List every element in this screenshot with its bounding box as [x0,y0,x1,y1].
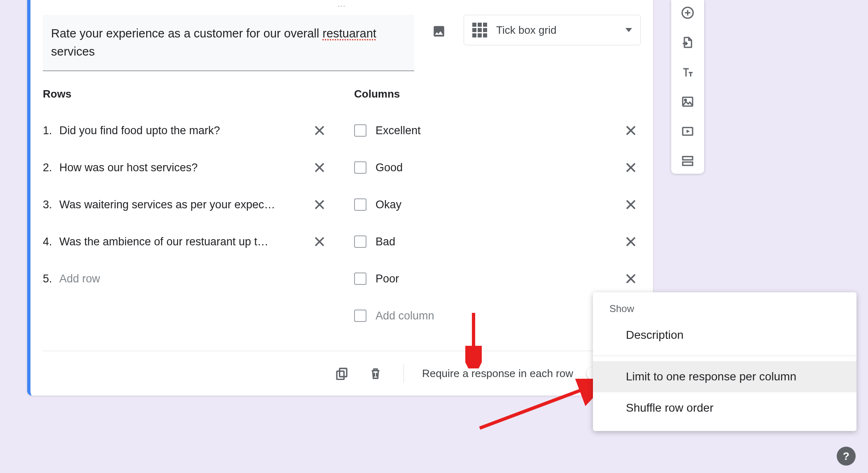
question-type-select[interactable]: Tick box grid [464,15,641,45]
annotation-arrow-icon [465,311,482,368]
row-text[interactable]: Did you find food upto the mark? [59,124,310,137]
column-item[interactable]: Okay [354,186,641,223]
require-response-label: Require a response in each row [422,367,573,380]
row-item[interactable]: 3. Was waitering services as per your ex… [43,186,329,223]
menu-item-shuffle-rows[interactable]: Shuffle row order [593,392,856,424]
row-text[interactable]: Was waitering services as per your expec… [59,198,310,211]
menu-section-header: Show [593,301,856,319]
checkbox-icon [354,198,366,211]
question-header-row: Rate your experience as a customer for o… [30,11,653,71]
question-title-input[interactable]: Rate your experience as a customer for o… [43,15,414,71]
question-type-label: Tick box grid [496,24,616,37]
add-row-placeholder[interactable]: Add row [59,273,329,285]
remove-row-button[interactable] [310,121,329,140]
grid-icon [472,23,487,37]
checkbox-icon [354,273,366,285]
row-text[interactable]: How was our host services? [59,161,310,174]
column-text[interactable]: Excellent [376,124,621,137]
row-item[interactable]: 1. Did you find food upto the mark? [43,112,329,149]
add-question-button[interactable] [681,6,695,20]
column-text[interactable]: Good [376,161,621,174]
chevron-down-icon [625,28,632,32]
duplicate-button[interactable] [332,363,352,383]
column-text[interactable]: Okay [376,198,621,211]
checkbox-icon [354,124,366,137]
column-item[interactable]: Bad [354,223,641,260]
row-number: 1. [43,124,59,137]
remove-column-button[interactable] [621,269,641,289]
drag-handle-icon[interactable]: ⋯ [30,0,653,11]
column-text[interactable]: Poor [376,273,621,285]
row-number: 2. [43,161,59,174]
column-item[interactable]: Excellent [354,112,641,149]
add-image-button[interactable] [427,19,451,44]
menu-item-limit-response[interactable]: Limit to one response per column [593,361,856,392]
add-image-button-toolbar[interactable] [681,95,695,109]
svg-rect-32 [683,162,693,165]
column-text[interactable]: Bad [376,235,621,248]
remove-row-button[interactable] [310,158,329,177]
annotation-arrow-icon [476,379,603,432]
question-text-misspelled: restuarant [322,27,376,40]
remove-row-button[interactable] [310,232,329,252]
footer-divider [404,364,404,383]
columns-header: Columns [354,88,641,100]
row-number: 4. [43,235,59,248]
delete-button[interactable] [366,363,385,383]
remove-column-button[interactable] [621,195,641,214]
add-row-item[interactable]: 5. Add row [43,260,329,297]
row-number: 5. [43,273,59,285]
help-button[interactable]: ? [837,447,856,466]
rows-column: Rows 1. Did you find food upto the mark?… [43,88,329,334]
more-options-menu: Show Description Limit to one response p… [593,292,856,431]
grid-body: Rows 1. Did you find food upto the mark?… [30,71,653,338]
add-section-button[interactable] [681,154,695,168]
remove-column-button[interactable] [621,158,641,177]
menu-item-description[interactable]: Description [593,319,856,351]
checkbox-icon [354,235,366,248]
svg-rect-19 [337,371,344,380]
checkbox-icon [354,161,366,174]
row-item[interactable]: 4. Was the ambience of our restuarant up… [43,223,329,260]
remove-column-button[interactable] [621,232,641,252]
help-icon: ? [843,450,849,463]
remove-column-button[interactable] [621,121,641,140]
svg-point-28 [685,99,686,101]
import-questions-button[interactable] [681,35,695,49]
menu-divider [593,356,856,356]
row-number: 3. [43,198,59,211]
column-item[interactable]: Poor [354,260,641,297]
row-text[interactable]: Was the ambience of our restuarant up t… [59,235,310,248]
svg-rect-18 [340,368,347,377]
column-item[interactable]: Good [354,149,641,186]
row-item[interactable]: 2. How was our host services? [43,149,329,186]
question-card: ⋯ Rate your experience as a customer for… [27,0,653,396]
svg-marker-30 [686,130,690,133]
svg-line-34 [480,385,595,428]
question-text-part1: Rate your experience as a customer for o… [51,27,322,40]
add-video-button[interactable] [681,124,695,138]
question-text-part2: services [51,45,95,58]
remove-row-button[interactable] [310,195,329,214]
checkbox-icon [354,310,366,322]
side-toolbar [671,0,704,174]
rows-header: Rows [43,88,329,100]
svg-rect-31 [683,156,693,160]
add-title-button[interactable] [681,65,695,79]
